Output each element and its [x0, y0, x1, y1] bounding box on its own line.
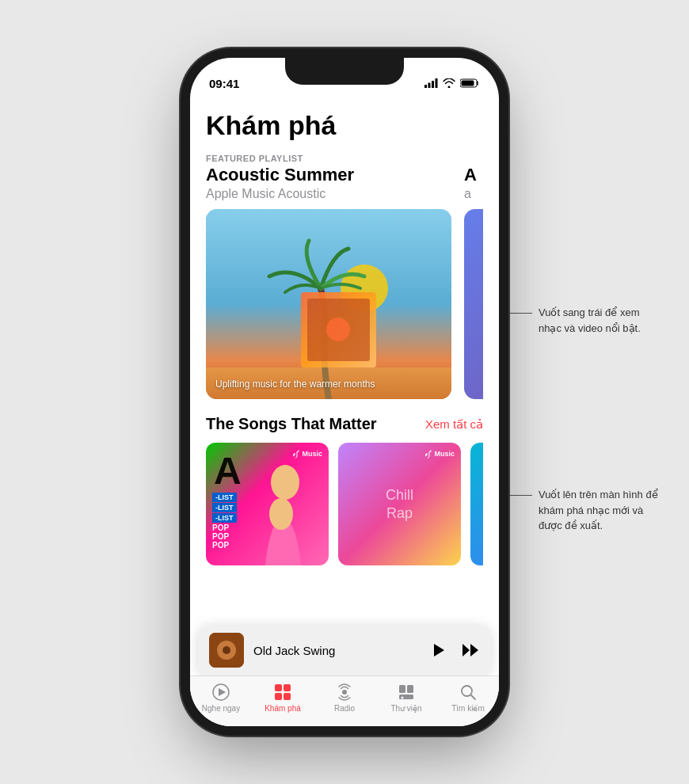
- svg-marker-18: [463, 644, 470, 657]
- svg-rect-23: [284, 684, 291, 691]
- library-tab-icon: [397, 683, 416, 702]
- chill-rap-text: ChillRap: [386, 485, 413, 523]
- featured-caption: Uplifting music for the warmer months: [215, 379, 375, 390]
- svg-marker-19: [470, 644, 478, 657]
- svg-rect-29: [399, 695, 413, 699]
- tab-listen-now[interactable]: Nghe ngay: [190, 683, 252, 713]
- fast-forward-button[interactable]: [461, 641, 480, 659]
- svg-point-16: [223, 646, 230, 654]
- svg-marker-17: [434, 644, 444, 657]
- svg-line-32: [471, 695, 476, 700]
- featured-card-1[interactable]: Acoustic Summer Apple Music Acoustic: [206, 165, 451, 399]
- scroll-area[interactable]: Khám phá FEATURED PLAYLIST Acoustic Summ…: [190, 97, 499, 565]
- svg-point-26: [342, 690, 347, 695]
- tab-search[interactable]: Tìm kiếm: [437, 683, 499, 713]
- mini-player-title: Old Jack Swing: [253, 644, 420, 657]
- albums-row[interactable]: Music A -LIST -LIST -LIST POP POP POP: [206, 443, 483, 565]
- phone-frame: 09:41: [190, 58, 499, 726]
- featured-image[interactable]: Uplifting music for the warmer months: [206, 209, 451, 399]
- screen-content: Khám phá FEATURED PLAYLIST Acoustic Summ…: [190, 97, 499, 726]
- svg-rect-22: [275, 684, 282, 691]
- apple-music-badge-1: Music: [292, 449, 322, 459]
- callout-2: Vuốt lên trên màn hình để khám phá nhạc …: [485, 487, 665, 534]
- album-text-a: A: [214, 449, 242, 493]
- mini-player-controls: [429, 641, 480, 659]
- callout-text-1: Vuốt sang trái để xem nhạc và video nổi …: [539, 305, 665, 336]
- svg-rect-27: [399, 685, 405, 693]
- play-button[interactable]: [429, 641, 447, 659]
- featured-title: Acoustic Summer: [206, 165, 451, 185]
- play-tab-icon: [211, 683, 230, 702]
- featured-image-svg: [206, 209, 451, 399]
- album-card-1[interactable]: Music A -LIST -LIST -LIST POP POP POP: [206, 443, 329, 565]
- svg-rect-2: [432, 81, 434, 88]
- tab-listen-now-label: Nghe ngay: [202, 704, 240, 713]
- svg-rect-1: [428, 83, 431, 89]
- page-title: Khám phá: [206, 110, 483, 141]
- featured-label: FEATURED PLAYLIST: [206, 154, 303, 163]
- notch: [285, 58, 404, 85]
- mini-player-thumbnail: [209, 633, 244, 668]
- signal-icon: [424, 78, 438, 88]
- featured-card-2[interactable]: A a: [464, 165, 483, 399]
- callout-1: Vuốt sang trái để xem nhạc và video nổi …: [485, 305, 665, 336]
- tab-search-label: Tìm kiếm: [451, 704, 485, 713]
- status-time: 09:41: [209, 77, 239, 90]
- svg-point-12: [271, 465, 299, 500]
- callout-text-2: Vuốt lên trên màn hình để khám phá nhạc …: [539, 487, 665, 534]
- section-header: The Songs That Matter Xem tất cả: [206, 415, 483, 433]
- featured-title-2: A: [464, 165, 483, 185]
- svg-rect-24: [275, 693, 282, 700]
- featured-image-2[interactable]: [464, 209, 483, 399]
- featured-subtitle: Apple Music Acoustic: [206, 187, 451, 201]
- featured-subtitle-2: a: [464, 187, 483, 201]
- mini-player[interactable]: Old Jack Swing: [198, 625, 491, 676]
- svg-point-13: [269, 498, 293, 530]
- apple-music-label-2: Music: [434, 450, 455, 458]
- album-card-2[interactable]: Music ChillRap: [338, 443, 461, 565]
- svg-rect-28: [407, 685, 413, 693]
- section-title: The Songs That Matter: [206, 415, 377, 433]
- svg-rect-25: [284, 693, 291, 700]
- tab-explore[interactable]: Khám phá: [252, 683, 314, 713]
- search-tab-icon: [459, 683, 478, 702]
- scene: Vuốt sang trái để xem nhạc và video nổi …: [0, 0, 689, 784]
- woman-silhouette: [242, 462, 313, 565]
- radio-tab-icon: [335, 683, 354, 702]
- apple-music-badge-2: Music: [424, 449, 455, 459]
- tab-explore-label: Khám phá: [265, 704, 301, 713]
- featured-section[interactable]: Acoustic Summer Apple Music Acoustic: [206, 165, 483, 399]
- album-card-3[interactable]: [470, 443, 483, 565]
- svg-rect-0: [424, 85, 427, 88]
- tab-radio-label: Radio: [334, 704, 355, 713]
- svg-point-10: [326, 318, 350, 341]
- svg-marker-21: [219, 688, 226, 696]
- tab-radio[interactable]: Radio: [314, 683, 375, 713]
- see-all-button[interactable]: Xem tất cả: [425, 417, 483, 432]
- svg-point-30: [402, 697, 404, 699]
- tab-bar: Nghe ngay Khám phá: [190, 676, 499, 726]
- svg-rect-5: [462, 81, 474, 86]
- wifi-icon: [443, 78, 455, 88]
- apple-music-label-1: Music: [302, 450, 322, 458]
- grid-tab-icon: [273, 683, 292, 702]
- album-labels-1: -LIST -LIST -LIST POP POP POP: [212, 493, 237, 550]
- battery-icon: [460, 78, 480, 88]
- tab-library[interactable]: Thư viện: [375, 683, 437, 713]
- svg-rect-3: [436, 78, 438, 88]
- status-icons: [424, 78, 480, 88]
- mini-player-art: [209, 633, 244, 668]
- tab-library-label: Thư viện: [390, 704, 421, 713]
